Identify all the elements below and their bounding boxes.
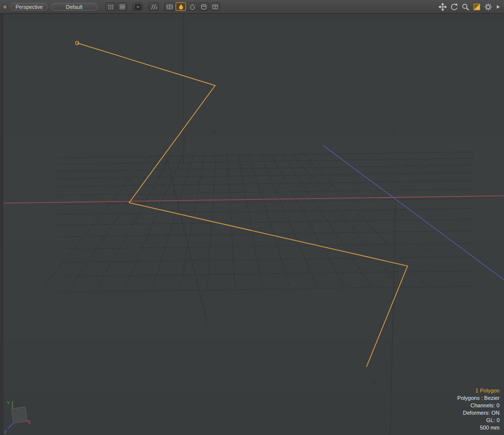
square-x-icon <box>135 4 141 10</box>
hatch-button[interactable] <box>148 2 159 11</box>
wireframe-pane-icon <box>166 4 173 10</box>
toolbar-left: Perspective Default <box>2 2 220 11</box>
ghost-flame-button[interactable] <box>187 2 197 11</box>
axis-widget-x-label: X <box>28 420 31 425</box>
pan-icon <box>439 3 447 11</box>
cylinder-icon <box>200 4 207 10</box>
four-circles-icon <box>119 4 126 10</box>
selection-count: 1 Polygon <box>457 387 500 394</box>
four-circles-button[interactable] <box>117 2 127 11</box>
shading-style-dropdown[interactable]: Default <box>51 3 97 10</box>
wireframe-pane-button[interactable] <box>164 2 175 11</box>
axis-widget-y-label: Y <box>7 400 10 405</box>
book-icon <box>212 4 219 10</box>
workplane-lines <box>167 14 399 435</box>
square-x-button[interactable] <box>133 2 143 11</box>
dots-grid-button[interactable] <box>105 2 116 11</box>
toolbar-right <box>439 3 502 11</box>
ghost-flame-icon <box>189 4 196 10</box>
shaded-flame-button[interactable] <box>176 2 186 11</box>
deformers-status: Deformers: ON <box>457 409 500 417</box>
hatch-icon <box>150 4 157 10</box>
cylinder-button[interactable] <box>198 2 209 11</box>
axis-widget-z-label: Z <box>4 430 7 435</box>
gl-count: GL: 0 <box>457 417 500 424</box>
viewport-settings-button[interactable] <box>484 3 492 11</box>
toolbar-more-button[interactable] <box>496 3 501 11</box>
shaded-flame-icon <box>178 4 184 10</box>
view-type-dropdown[interactable]: Perspective <box>10 3 48 10</box>
rotate-view-button[interactable] <box>450 3 458 11</box>
axis-widget-cube <box>11 407 27 423</box>
rotate-icon <box>450 3 458 11</box>
workplane-icon <box>473 3 481 11</box>
neg-z-axis-label: -Z <box>211 130 216 135</box>
viewport-left-gutter <box>0 14 3 435</box>
grid-size: 500 mm <box>457 424 500 432</box>
viewport-toolbar: Perspective Default <box>0 0 504 14</box>
channels-count: Channels: 0 <box>457 402 500 409</box>
pan-view-button[interactable] <box>439 3 447 11</box>
3d-viewport-canvas[interactable]: Y X Z <box>0 0 504 435</box>
z-axis-line <box>323 145 504 280</box>
gear-icon <box>484 3 492 11</box>
modo-3d-viewport-window: Y X Z -Z +Z 1 Polygon Polygons : Bezier … <box>0 0 504 435</box>
axis-widget-z-arrow <box>8 423 13 429</box>
ground-grid <box>45 152 474 292</box>
dots-grid-icon <box>107 4 114 10</box>
pos-z-axis-label: +Z <box>370 379 376 385</box>
zoom-icon <box>461 3 469 11</box>
workplane-toggle-button[interactable] <box>473 3 481 11</box>
caret-right-icon <box>496 3 501 11</box>
book-button[interactable] <box>210 2 220 11</box>
viewport-info-panel: 1 Polygon Polygons : Bezier Channels: 0 … <box>457 387 500 432</box>
axis-orientation-widget: Y X Z <box>4 400 31 435</box>
zoom-view-button[interactable] <box>461 3 469 11</box>
shading-mode-buttons <box>105 2 220 11</box>
viewport-menu-dot-icon[interactable] <box>2 4 7 9</box>
polygons-type: Polygons : Bezier <box>457 394 500 402</box>
